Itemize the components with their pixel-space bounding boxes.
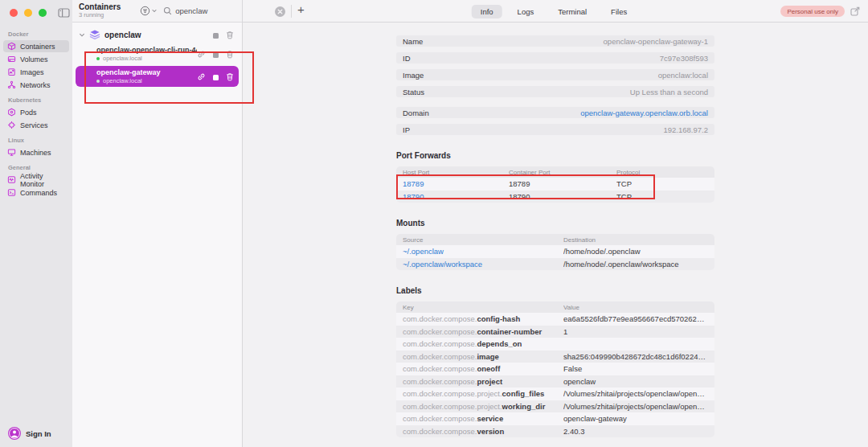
section-title-mounts: Mounts — [396, 219, 714, 228]
minimize-window-button[interactable] — [24, 9, 32, 17]
activity-monitor-icon — [7, 175, 16, 184]
sidebar-item-label: Volumes — [20, 55, 48, 64]
orbstack-window: Docker Containers Volumes Images Network… — [0, 0, 868, 447]
clear-search-button[interactable] — [275, 6, 285, 17]
sidebar: Docker Containers Volumes Images Network… — [0, 0, 72, 447]
compose-stack-icon — [89, 29, 100, 40]
details-content: Name openclaw-openclaw-gateway-1 ID 7c97… — [396, 23, 714, 437]
sidebar-item-label: Commands — [20, 189, 57, 197]
container-row-selected[interactable]: openclaw-gateway openclaw.local — [76, 66, 239, 87]
sidebar-item-label: Images — [20, 68, 44, 76]
table-header-row: Source Destination — [396, 234, 714, 245]
images-icon — [7, 68, 16, 76]
sidebar-item-networks[interactable]: Networks — [3, 79, 69, 91]
sign-in-button[interactable]: Sign In — [8, 427, 51, 440]
container-domain: openclaw.local — [103, 77, 142, 84]
details-panel: + Info Logs Terminal Files Personal use … — [243, 0, 868, 447]
table-row: ~/.openclaw/workspace /home/node/.opencl… — [396, 258, 714, 271]
sidebar-section-linux: Linux — [0, 132, 72, 146]
table-row: com.docker.compose.project.config_files … — [396, 388, 714, 400]
add-button[interactable]: + — [297, 2, 305, 16]
close-window-button[interactable] — [10, 9, 18, 17]
mount-source-link[interactable]: ~/.openclaw/workspace — [403, 260, 563, 269]
container-domain: openclaw.local — [103, 55, 142, 62]
share-icon[interactable] — [850, 6, 860, 16]
toolbar-divider — [291, 5, 292, 18]
pods-icon — [7, 108, 16, 117]
filter-dropdown-button[interactable] — [140, 6, 157, 16]
sidebar-item-containers[interactable]: Containers — [3, 40, 69, 52]
sign-in-label: Sign In — [26, 429, 51, 438]
sidebar-section-docker: Docker — [0, 26, 72, 39]
delete-group-button[interactable] — [226, 31, 234, 39]
container-name: openclaw-gateway — [96, 68, 197, 76]
sidebar-item-label: Pods — [20, 109, 37, 117]
field-ip: IP 192.168.97.2 — [396, 124, 714, 135]
sidebar-item-activity-monitor[interactable]: Activity Monitor — [3, 174, 69, 186]
table-header-row: Key Value — [396, 301, 714, 313]
window-controls — [0, 0, 72, 26]
labels-table: Key Value com.docker.compose.config-hash… — [396, 301, 714, 437]
tab-files[interactable]: Files — [602, 5, 636, 18]
open-link-button[interactable] — [197, 50, 206, 59]
field-image: Image openclaw:local — [396, 69, 714, 80]
tab-terminal[interactable]: Terminal — [549, 5, 596, 18]
container-group-row[interactable]: openclaw — [72, 27, 242, 42]
table-row: com.docker.compose.oneoff False — [396, 363, 714, 375]
stop-button[interactable] — [213, 69, 219, 84]
field-name: Name openclaw-openclaw-gateway-1 — [396, 35, 714, 47]
status-dot — [96, 80, 100, 83]
table-row: com.docker.compose.container-number 1 — [396, 326, 714, 338]
containers-icon — [7, 42, 16, 51]
services-icon — [7, 121, 16, 129]
table-row: com.docker.compose.project.working_dir /… — [396, 400, 714, 413]
sidebar-item-images[interactable]: Images — [3, 66, 69, 78]
open-link-button[interactable] — [197, 72, 206, 81]
sidebar-item-machines[interactable]: Machines — [3, 146, 69, 158]
sidebar-item-label: Services — [20, 121, 48, 129]
host-port-link[interactable]: 18790 — [403, 192, 509, 201]
port-forwards-table: Host Port Container Port Protocol 18789 … — [396, 166, 714, 203]
table-header-row: Host Port Container Port Protocol — [396, 166, 714, 178]
stop-group-button[interactable] — [213, 27, 219, 42]
sidebar-item-commands[interactable]: Commands — [3, 187, 69, 199]
mount-source-link[interactable]: ~/.openclaw — [403, 247, 563, 256]
delete-button[interactable] — [226, 50, 234, 59]
commands-icon — [7, 188, 16, 197]
table-row: 18790 18790 TCP — [396, 191, 714, 203]
container-row[interactable]: openclaw-openclaw-cli-run-44... openclaw… — [76, 43, 239, 64]
volumes-icon — [7, 55, 16, 64]
field-status: Status Up Less than a second — [396, 86, 714, 97]
host-port-link[interactable]: 18789 — [403, 179, 509, 188]
container-list: openclaw openclaw-openclaw-cli-run-44...… — [72, 23, 242, 88]
sidebar-item-volumes[interactable]: Volumes — [3, 53, 69, 65]
sidebar-section-general: General — [0, 159, 72, 173]
sidebar-section-kubernetes: Kubernetes — [0, 92, 72, 105]
sidebar-item-label: Activity Monitor — [20, 172, 65, 188]
delete-button[interactable] — [226, 72, 234, 81]
table-row: 18789 18789 TCP — [396, 178, 714, 191]
container-list-header: Containers 3 running openclaw — [72, 0, 242, 23]
zoom-window-button[interactable] — [39, 9, 47, 17]
sidebar-toggle-icon[interactable] — [58, 8, 70, 18]
sidebar-item-label: Containers — [20, 43, 55, 51]
mounts-table: Source Destination ~/.openclaw /home/nod… — [396, 234, 714, 270]
stop-button[interactable] — [213, 47, 219, 61]
chevron-down-icon[interactable] — [79, 32, 85, 38]
tab-logs[interactable]: Logs — [509, 5, 543, 18]
networks-icon — [7, 80, 16, 89]
license-badge[interactable]: Personal use only — [780, 6, 845, 17]
container-list-panel: Containers 3 running openclaw — [72, 0, 243, 447]
search-icon — [163, 6, 172, 15]
sidebar-item-services[interactable]: Services — [3, 119, 69, 131]
tab-info[interactable]: Info — [472, 5, 502, 18]
avatar-icon — [8, 427, 21, 440]
table-row: com.docker.compose.depends_on — [396, 338, 714, 351]
search-input[interactable]: openclaw — [163, 6, 207, 15]
sidebar-item-pods[interactable]: Pods — [3, 106, 69, 118]
table-row: com.docker.compose.version 2.40.3 — [396, 425, 714, 438]
status-dot — [96, 57, 100, 60]
domain-link[interactable]: openclaw-gateway.openclaw.orb.local — [580, 109, 708, 117]
search-value: openclaw — [175, 6, 207, 15]
sidebar-item-label: Machines — [20, 149, 51, 157]
